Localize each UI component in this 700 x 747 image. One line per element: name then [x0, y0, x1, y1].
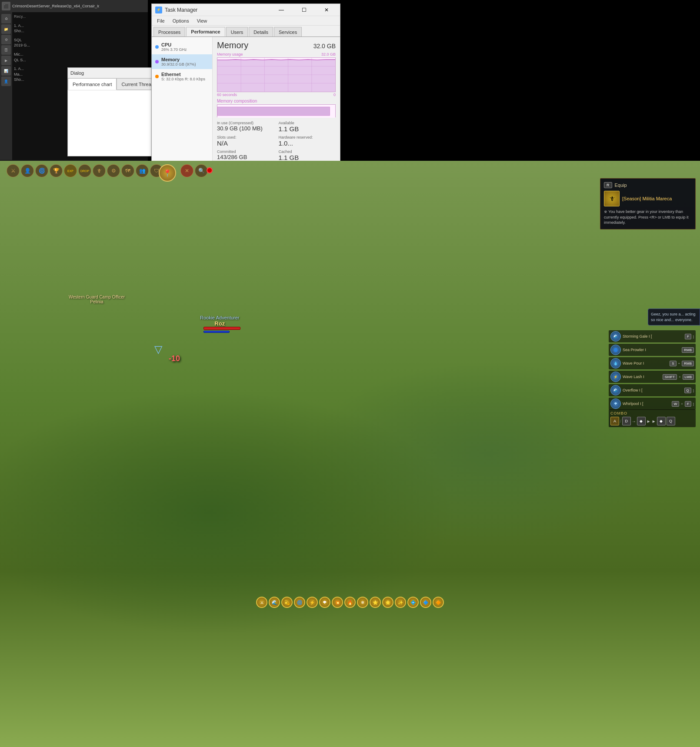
action-icon-8[interactable]: 👥: [136, 164, 149, 177]
tm-maximize-btn[interactable]: ☐: [294, 4, 314, 16]
action-bar-right: ✕ 🔍: [180, 164, 208, 177]
tab-services[interactable]: Services: [274, 27, 302, 37]
skill-icon-1: 🌊: [610, 331, 621, 342]
equip-header: R Equip: [604, 182, 692, 188]
chart-time-left: 60 seconds: [217, 93, 237, 97]
bsb-4[interactable]: 🌀: [294, 597, 305, 608]
memory-usage-label: Memory usage: [217, 52, 243, 56]
action-icon-exp[interactable]: EXP: [64, 164, 77, 177]
bsb-10[interactable]: ⭐: [370, 597, 381, 608]
tm-menu-view[interactable]: View: [193, 17, 211, 24]
sidebar-icon-5[interactable]: ▶: [1, 56, 11, 65]
npc-subname: Pelinia: [69, 299, 125, 304]
tab-processes[interactable]: Processes: [153, 27, 185, 37]
hardware-value: 1.0...: [279, 139, 336, 147]
ethernet-info: Ethernet S: 32.0 Kbps R: 8.0 Kbps: [161, 72, 205, 81]
bsb-6[interactable]: 🌪: [319, 597, 330, 608]
skill-name-2: Sea Prowler I: [623, 348, 680, 352]
cpu-indicator: [155, 45, 159, 49]
action-icon-6[interactable]: ⚙: [107, 164, 120, 177]
skill-key-6a: W: [672, 401, 680, 407]
action-icon-5[interactable]: 🗡: [93, 164, 106, 177]
bsb-1[interactable]: ⚔: [256, 597, 267, 608]
ethernet-sub: S: 32.0 Kbps R: 8.0 Kbps: [161, 77, 205, 81]
process-cpu[interactable]: CPU 26% 3.70 GHz: [152, 40, 212, 54]
skill-icon-3: 💧: [610, 358, 621, 369]
bsb-14[interactable]: 🔷: [420, 597, 431, 608]
skill-key-1: F: [685, 334, 691, 339]
stat-cached: Cached 1.1 GB: [279, 149, 336, 161]
tm-minimize-btn[interactable]: —: [271, 4, 291, 16]
cpu-sub: 26% 3.70 GHz: [161, 47, 187, 52]
action-icon-4[interactable]: 🏆: [50, 164, 63, 177]
skill-name-6: Whirlpool I [: [623, 402, 670, 406]
combo-key-a: A: [610, 417, 619, 425]
chat-text: Geez, you sure a... acting so nice and..…: [651, 312, 696, 322]
tm-menu-file[interactable]: File: [153, 17, 168, 24]
skill-icon-2: 🌀: [610, 345, 621, 355]
process-ethernet[interactable]: Ethernet S: 32.0 Kbps R: 8.0 Kbps: [152, 69, 212, 84]
bsb-15[interactable]: 🔶: [433, 597, 444, 608]
bsb-5[interactable]: ⚡: [307, 597, 318, 608]
combo-key-diamond2: ◆: [657, 417, 666, 425]
tm-menu-options[interactable]: Options: [169, 17, 193, 24]
memory-title: Memory: [217, 40, 248, 50]
taskbar-label: CrimsonDesertServer_ReleaseOp_x64_Corsai…: [12, 4, 99, 8]
memory-usage-chart: [217, 57, 336, 92]
skill-row-6: 🌪 Whirlpool I [ W + F ]: [609, 398, 696, 410]
action-icon-7[interactable]: 🗺: [121, 164, 134, 177]
tm-tabs: Processes Performance Users Details Serv…: [152, 26, 340, 37]
skill-key-3a: S: [670, 361, 676, 366]
bsb-12[interactable]: ✨: [395, 597, 406, 608]
minimap-icon[interactable]: 📍: [159, 164, 176, 182]
skill-icon-4: ⚡: [610, 372, 621, 382]
chat-bubble: Geez, you sure a... acting so nice and..…: [648, 309, 700, 325]
equip-item-row: 🗡 [Season] Militia Mareca: [604, 191, 692, 206]
sidebar-icon-4[interactable]: 🗄: [1, 45, 11, 55]
tm-close-btn[interactable]: ✕: [317, 4, 337, 16]
sidebar-icon-3[interactable]: ⚙: [1, 35, 11, 44]
sidebar-icon-1[interactable]: ♻: [1, 14, 11, 23]
tab-details[interactable]: Details: [249, 27, 273, 37]
stat-available: Available 1.1 GB: [279, 121, 336, 133]
tm-window-title: Task Manager: [165, 7, 269, 13]
npc-name: Western Guard Camp Officer: [69, 295, 125, 299]
bsb-11[interactable]: 🌟: [382, 597, 393, 608]
action-search-icon[interactable]: 🔍: [195, 164, 208, 177]
equip-desc: ※ You have better gear in your inventory…: [604, 209, 692, 226]
performance-chart-btn[interactable]: Performance chart: [68, 78, 117, 90]
bsb-9[interactable]: ❄: [357, 597, 368, 608]
action-icon-1[interactable]: ⚔: [7, 164, 20, 177]
equip-label: Equip: [615, 183, 627, 188]
player-label-area: Rookie Adventurer Roz: [200, 315, 240, 327]
skill-icon-5: 🌊: [610, 385, 621, 395]
process-memory[interactable]: Memory 30.9/32.0 GB (97%): [152, 54, 212, 69]
combo-key-diamond1: ◆: [637, 417, 646, 425]
svg-marker-8: [217, 60, 335, 92]
equip-key: R: [604, 182, 612, 188]
skill-row-1: 🌊 Storming Gale I [ F ]: [609, 330, 696, 342]
cpu-name: CPU: [161, 42, 187, 47]
action-icon-drop[interactable]: DROP: [78, 164, 91, 177]
sidebar-icon-6[interactable]: 📊: [1, 66, 11, 76]
tab-performance[interactable]: Performance: [186, 27, 225, 37]
action-cancel-icon[interactable]: ✕: [180, 164, 193, 177]
player-bars: [203, 327, 247, 333]
memory-name: Memory: [161, 57, 196, 62]
bsb-7[interactable]: 💥: [332, 597, 343, 608]
tm-app-icon: ⚡: [155, 7, 162, 13]
ethernet-name: Ethernet: [161, 72, 205, 77]
action-icon-2[interactable]: 👤: [21, 164, 34, 177]
sidebar-icon-2[interactable]: 📁: [1, 24, 11, 34]
bsb-13[interactable]: 💠: [407, 597, 419, 608]
bsb-8[interactable]: 🔥: [344, 597, 356, 608]
action-icon-3[interactable]: 🌀: [35, 164, 48, 177]
available-value: 1.1 GB: [279, 125, 336, 133]
tab-users[interactable]: Users: [226, 27, 248, 37]
sidebar-icon-7[interactable]: 👤: [1, 76, 11, 86]
skill-row-3: 💧 Wave Pour I S + RMB: [609, 357, 696, 369]
bsb-2[interactable]: 🌊: [269, 597, 280, 608]
equip-popup: R Equip 🗡 [Season] Militia Mareca ※ You …: [600, 178, 696, 229]
memory-info: Memory 30.9/32.0 GB (97%): [161, 57, 196, 66]
bsb-3[interactable]: 💫: [281, 597, 293, 608]
